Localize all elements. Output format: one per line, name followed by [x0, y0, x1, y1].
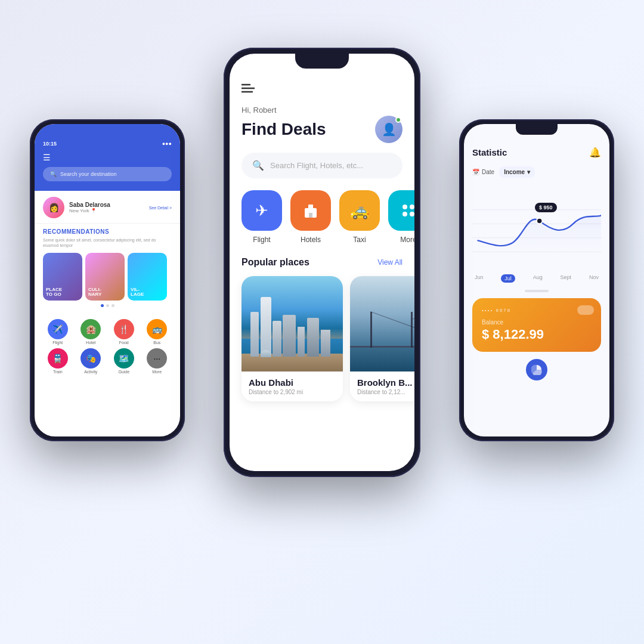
center-greeting: Hi, Robert — [242, 106, 402, 114]
left-icon-food[interactable]: 🍴 Food — [109, 319, 139, 345]
left-user-info: Saba Delarosa New York 📍 — [69, 202, 110, 213]
left-icon-hotel[interactable]: 🏨 Hotel — [76, 319, 106, 345]
left-icon-activity[interactable]: 🎭 Activity — [76, 348, 106, 374]
dot-2 — [106, 304, 109, 307]
left-status-bar: 10:15 ●●● — [43, 141, 172, 147]
pie-chart-icon[interactable] — [526, 359, 547, 380]
income-dropdown[interactable]: Income ▾ — [499, 166, 535, 178]
flight-icon-box: ✈ — [242, 190, 282, 231]
rec-card-3[interactable]: VIL-LAGE — [128, 253, 167, 301]
popular-header: Popular places View All — [242, 257, 402, 268]
month-jul[interactable]: Jul — [501, 274, 515, 283]
abu-dhabi-image — [242, 276, 343, 371]
dot-1 — [101, 304, 104, 307]
left-icon-train[interactable]: 🚆 Train — [43, 348, 73, 374]
filter-row: 📅 Date Income ▾ — [472, 166, 601, 178]
chart-svg — [472, 185, 601, 268]
center-phone-screen: Hi, Robert Find Deals 👤 🔍 Search Flight,… — [230, 54, 414, 471]
price-value: $ 950 — [535, 203, 557, 212]
svg-point-7 — [410, 205, 414, 209]
more-icon-box — [388, 190, 414, 231]
left-menu-icon[interactable]: ☰ — [43, 153, 172, 162]
right-content: Statistic 🔔 📅 Date Income ▾ — [464, 124, 609, 436]
left-icon-more[interactable]: ··· More — [143, 348, 172, 374]
chart-area: $ 950 — [472, 185, 601, 268]
svg-point-6 — [402, 205, 407, 209]
find-deals-title: Find Deals — [242, 120, 326, 139]
right-phone-screen: Statistic 🔔 📅 Date Income ▾ — [464, 124, 609, 436]
month-jun: Jun — [475, 274, 484, 283]
abu-dhabi-name: Abu Dhabi — [249, 377, 336, 388]
svg-point-9 — [410, 212, 414, 216]
right-phone: Statistic 🔔 📅 Date Income ▾ — [459, 119, 614, 441]
abu-dhabi-info: Abu Dhabi Distance to 2,902 mi — [242, 371, 343, 401]
income-label: Income — [504, 169, 525, 175]
date-filter-label: Date — [482, 169, 494, 175]
places-row: Abu Dhabi Distance to 2,902 mi — [242, 276, 402, 401]
center-search-icon: 🔍 — [252, 160, 264, 171]
bell-icon[interactable]: 🔔 — [589, 147, 601, 158]
left-search-bar[interactable]: 🔍 Search your destination — [43, 167, 172, 181]
taxi-icon-box: 🚕 — [339, 190, 380, 231]
title-row: Find Deals 👤 — [242, 116, 402, 143]
dropdown-chevron-icon: ▾ — [527, 169, 530, 175]
center-phone: Hi, Robert Find Deals 👤 🔍 Search Flight,… — [224, 48, 420, 477]
left-icon-bus[interactable]: 🚌 Bus — [143, 319, 172, 345]
left-icons-grid: ✈️ Flight 🏨 Hotel 🍴 Food 🚌 Bus 🚆 T — [35, 315, 180, 377]
scroll-indicator — [472, 290, 601, 292]
place-card-brooklyn[interactable]: Brooklyn B... Distance to 2,12... — [350, 276, 414, 401]
place-card-abu-dhabi[interactable]: Abu Dhabi Distance to 2,902 mi — [242, 276, 343, 401]
cat-more[interactable]: More — [388, 190, 414, 244]
left-phone: 10:15 ●●● ☰ 🔍 Search your destination 👩 … — [30, 119, 185, 441]
center-content: Hi, Robert Find Deals 👤 🔍 Search Flight,… — [230, 54, 414, 471]
brooklyn-info: Brooklyn B... Distance to 2,12... — [350, 371, 414, 401]
left-header: 10:15 ●●● ☰ 🔍 Search your destination — [35, 124, 180, 191]
left-avatar: 👩 — [43, 197, 64, 218]
statistic-title: Statistic — [472, 147, 507, 157]
cat-taxi[interactable]: 🚕 Taxi — [339, 190, 380, 244]
rec-card-2[interactable]: CULI-NARY — [85, 253, 125, 301]
user-avatar-button[interactable]: 👤 — [375, 116, 402, 143]
brooklyn-distance: Distance to 2,12... — [357, 389, 414, 395]
svg-point-8 — [402, 212, 407, 216]
left-user-name: Saba Delarosa — [69, 202, 110, 208]
cat-hotels-label: Hotels — [301, 236, 321, 244]
left-status-icons: ●●● — [162, 141, 172, 147]
left-user-section: 👩 Saba Delarosa New York 📍 See Detail > — [35, 191, 180, 224]
cat-flight-label: Flight — [253, 236, 270, 244]
cat-taxi-label: Taxi — [353, 236, 366, 244]
cat-more-label: More — [400, 236, 414, 244]
svg-rect-5 — [309, 213, 312, 218]
right-header-row: Statistic 🔔 — [472, 147, 601, 158]
center-search-bar[interactable]: 🔍 Search Flight, Hotels, etc... — [242, 153, 402, 178]
month-nov: Nov — [589, 274, 599, 283]
view-all-button[interactable]: View All — [377, 258, 402, 267]
rec-title: RECOMMENDATIONS — [43, 228, 172, 235]
hotels-icon-box — [290, 190, 331, 231]
card-balance: $ 8,122.99 — [482, 327, 592, 342]
left-icon-guide[interactable]: 🗺️ Guide — [109, 348, 139, 374]
bottom-icon-area — [472, 359, 601, 380]
month-aug: Aug — [533, 274, 543, 283]
phones-showcase: 10:15 ●●● ☰ 🔍 Search your destination 👩 … — [0, 0, 644, 644]
rec-cards: PLACETO GO CULI-NARY VIL-LAGE — [43, 253, 172, 301]
left-search-icon: 🔍 — [50, 171, 57, 177]
categories-row: ✈ Flight Hotels — [242, 190, 402, 244]
left-see-detail[interactable]: See Detail > — [149, 206, 172, 210]
center-menu-icon[interactable] — [242, 83, 402, 96]
online-indicator — [395, 117, 401, 123]
rec-card-1[interactable]: PLACETO GO — [43, 253, 82, 301]
cat-flight[interactable]: ✈ Flight — [242, 190, 282, 244]
brooklyn-name: Brooklyn B... — [357, 377, 414, 388]
left-user-location: New York 📍 — [69, 208, 110, 213]
payment-card: •••• 8678 Balance $ 8,122.99 — [472, 298, 601, 352]
left-phone-screen: 10:15 ●●● ☰ 🔍 Search your destination 👩 … — [35, 124, 180, 436]
left-time: 10:15 — [43, 141, 57, 147]
left-icon-flight[interactable]: ✈️ Flight — [43, 319, 73, 345]
card-balance-label: Balance — [482, 319, 592, 326]
cat-hotels[interactable]: Hotels — [290, 190, 331, 244]
popular-title: Popular places — [242, 257, 309, 268]
date-filter[interactable]: 📅 Date — [472, 169, 494, 175]
svg-rect-4 — [308, 205, 313, 209]
dot-3 — [112, 304, 114, 307]
